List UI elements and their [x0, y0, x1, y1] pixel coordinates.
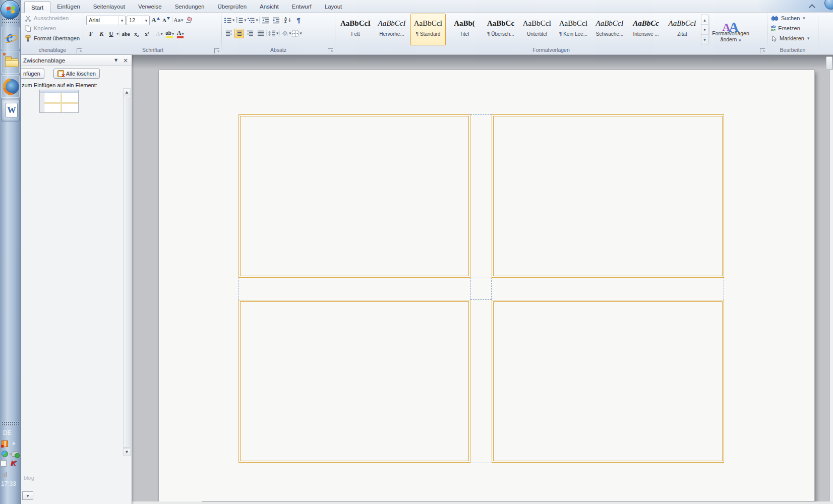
increase-indent-button[interactable]: [271, 16, 281, 25]
change-styles-button[interactable]: A A Formatvorlagen ändern ▼: [709, 13, 752, 46]
group-clipboard: Ausschneiden Kopieren Format übertragen …: [21, 13, 84, 54]
windows-start-button[interactable]: [1, 0, 20, 19]
label-cell-bottom-left[interactable]: [239, 300, 470, 463]
tab-einfuegen[interactable]: Einfügen: [50, 1, 86, 12]
align-right-button[interactable]: [245, 29, 255, 38]
dialog-launcher-icon[interactable]: [77, 48, 82, 53]
tray-network-icon[interactable]: [2, 471, 7, 477]
font-name-combo[interactable]: Arial ▼: [86, 16, 126, 25]
scroll-down-icon[interactable]: ▼: [124, 448, 130, 456]
style-standard[interactable]: AaBbCcI ¶ Standard: [410, 14, 446, 45]
pane-scrollbar[interactable]: ▲ ▼: [123, 88, 131, 456]
numbering-button[interactable]: ▼: [235, 16, 246, 25]
justify-button[interactable]: [256, 29, 265, 38]
italic-button[interactable]: K: [97, 29, 106, 39]
change-case-button[interactable]: Aa ▼: [173, 16, 183, 25]
document-page[interactable]: [159, 70, 814, 504]
tray-document-icon[interactable]: [1, 460, 7, 467]
dialog-launcher-icon[interactable]: [328, 48, 333, 53]
label-cell-bottom-right[interactable]: [492, 300, 724, 463]
pane-menu-icon[interactable]: ▼: [112, 56, 120, 65]
dropdown-arrow-icon[interactable]: ▼: [118, 16, 125, 25]
scrollbar-thumb[interactable]: [124, 97, 130, 448]
bold-button[interactable]: F: [86, 29, 96, 39]
taskbar-item-explorer[interactable]: [1, 51, 20, 74]
vertical-scrollbar[interactable]: [829, 70, 833, 504]
label-cell-top-left[interactable]: [239, 114, 470, 278]
style-fett[interactable]: AaBbCcI Fett: [338, 14, 373, 45]
tray-grip[interactable]: [2, 421, 19, 426]
clear-all-button[interactable]: Alle löschen: [53, 69, 100, 79]
strikethrough-button[interactable]: abe: [121, 29, 131, 39]
cut-button[interactable]: Ausschneiden: [23, 13, 82, 23]
align-left-button[interactable]: [224, 29, 233, 38]
superscript-button[interactable]: x²: [142, 29, 152, 39]
gallery-scroll-up-icon[interactable]: ▲: [701, 15, 708, 25]
copy-button[interactable]: Kopieren: [23, 23, 82, 33]
tray-usb-icon[interactable]: [12, 452, 19, 457]
shading-button[interactable]: ▼: [281, 29, 291, 38]
underline-dropdown-icon[interactable]: ▼: [116, 32, 118, 35]
tab-verweise[interactable]: Verweise: [132, 1, 168, 12]
find-button[interactable]: Suchen ▼: [769, 13, 816, 23]
decrease-indent-button[interactable]: [261, 16, 270, 25]
highlight-color-button[interactable]: ab ▼: [165, 29, 174, 39]
style-titel[interactable]: AaBb( Titel: [447, 14, 482, 45]
line-spacing-button[interactable]: ▼: [268, 29, 278, 38]
tab-sendungen[interactable]: Sendungen: [168, 1, 211, 12]
tab-ueberpruefen[interactable]: Überprüfen: [211, 1, 254, 12]
show-marks-button[interactable]: ¶: [294, 16, 304, 25]
borders-button[interactable]: ▼: [292, 29, 302, 38]
scroll-up-icon[interactable]: ▲: [124, 89, 130, 96]
taskbar-grip[interactable]: [2, 19, 19, 24]
tray-status-icon[interactable]: [2, 451, 8, 457]
text-effects-button[interactable]: A ▼: [154, 29, 164, 39]
tray-kaspersky-icon[interactable]: K: [11, 459, 16, 467]
gallery-scroll-down-icon[interactable]: ▼: [701, 25, 708, 34]
shrink-font-button[interactable]: A: [161, 16, 171, 25]
font-size-combo[interactable]: 12 ▼: [127, 16, 150, 25]
ruler-toggle-button[interactable]: [826, 56, 832, 70]
grow-font-button[interactable]: A: [151, 16, 160, 25]
language-indicator[interactable]: DE: [3, 429, 12, 436]
style-zitat[interactable]: AaBbCcI Zitat: [665, 14, 700, 45]
select-button[interactable]: Markieren ▼: [769, 33, 816, 43]
style-untertitel[interactable]: AaBbCcI Untertitel: [519, 14, 555, 45]
font-color-button[interactable]: A ▼: [175, 29, 185, 39]
underline-button[interactable]: U: [107, 29, 115, 39]
tray-app-icon[interactable]: [2, 440, 8, 447]
tab-entwurf[interactable]: Entwurf: [285, 1, 318, 12]
subscript-button[interactable]: x₂: [132, 29, 141, 39]
tab-seitenlayout[interactable]: Seitenlayout: [87, 1, 132, 12]
tab-layout[interactable]: Layout: [318, 1, 349, 12]
bullets-button[interactable]: ▼: [224, 16, 234, 25]
pane-close-icon[interactable]: ×: [122, 56, 130, 65]
style-kein-leerraum[interactable]: AaBbCcI ¶ Kein Lee...: [556, 14, 591, 45]
pane-options-dropdown[interactable]: ▼: [22, 491, 33, 500]
style-ueberschrift[interactable]: AaBbCc ¶ Übersch...: [483, 14, 518, 45]
taskbar-item-internet-explorer[interactable]: e: [1, 27, 20, 49]
clear-formatting-button[interactable]: [184, 16, 194, 25]
gallery-more-icon[interactable]: ▼: [701, 35, 708, 44]
minimize-ribbon-button[interactable]: [808, 3, 816, 10]
style-intensive-hervorhebung[interactable]: AaBbCc Intensive ...: [628, 14, 664, 45]
tab-ansicht[interactable]: Ansicht: [253, 1, 285, 12]
taskbar-item-firefox[interactable]: [1, 75, 20, 98]
paste-all-button[interactable]: nfügen: [20, 69, 44, 79]
align-center-button[interactable]: [234, 29, 244, 38]
dialog-launcher-icon[interactable]: [214, 48, 219, 53]
style-hervorhebung[interactable]: AaBbCcI Hervorhe...: [374, 14, 409, 45]
replace-button[interactable]: ab ac Ersetzen: [769, 23, 816, 33]
style-schwache-hervorhebung[interactable]: AaBbCcI Schwache...: [592, 14, 627, 45]
multilevel-list-button[interactable]: ▼: [247, 16, 258, 25]
sort-button[interactable]: AZ ↓: [283, 16, 293, 25]
clipboard-pane: Zwischenablage ▼ × nfügen Alle löschen z…: [21, 55, 132, 504]
dialog-launcher-icon[interactable]: [760, 48, 765, 53]
dropdown-arrow-icon[interactable]: ▼: [143, 16, 149, 25]
tab-start[interactable]: Start: [24, 2, 50, 13]
label-cell-top-right[interactable]: [492, 114, 724, 278]
taskbar-item-word[interactable]: W: [1, 99, 20, 121]
format-painter-button[interactable]: Format übertragen: [23, 33, 82, 43]
clipboard-item-thumbnail[interactable]: [39, 90, 79, 113]
tray-expand-icon[interactable]: [13, 442, 16, 446]
